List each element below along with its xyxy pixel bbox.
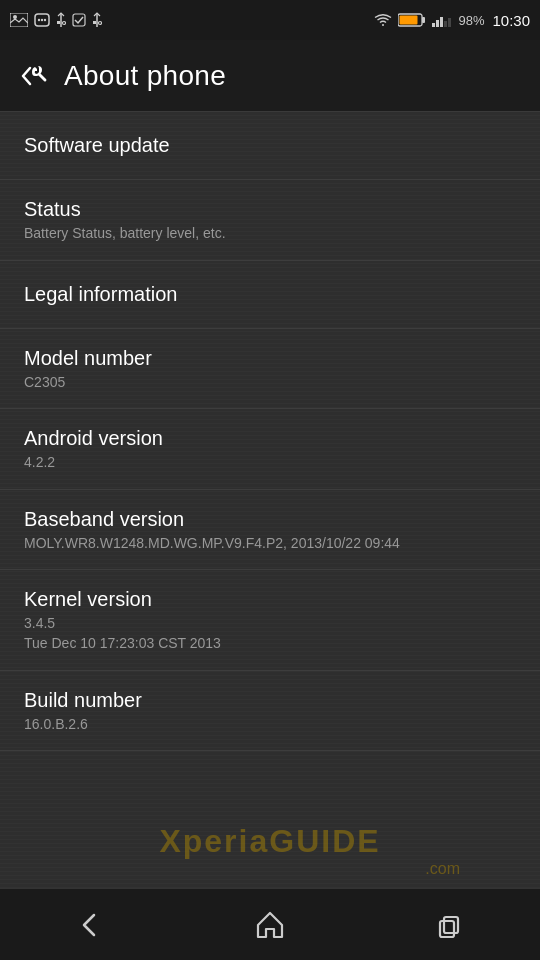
menu-item-subtitle-build-number: 16.0.B.2.6: [24, 715, 516, 735]
svg-point-12: [99, 22, 102, 25]
status-bar: 98% 10:30: [0, 0, 540, 40]
svg-rect-11: [93, 21, 96, 24]
usb-icon: [56, 12, 66, 28]
image-icon: [10, 13, 28, 27]
menu-item-subtitle-baseband-version: MOLY.WR8.W1248.MD.WG.MP.V9.F4.P2, 2013/1…: [24, 534, 516, 554]
svg-point-4: [41, 19, 43, 21]
signal-icon: [432, 13, 452, 27]
menu-item-legal-information[interactable]: Legal information: [0, 261, 540, 329]
svg-rect-14: [422, 17, 425, 23]
back-wrench-icon[interactable]: [16, 58, 52, 94]
recent-button[interactable]: [410, 895, 490, 955]
wifi-icon: [374, 13, 392, 27]
svg-rect-18: [440, 17, 443, 27]
svg-rect-15: [400, 16, 418, 25]
svg-rect-7: [57, 21, 60, 24]
home-button[interactable]: [230, 895, 310, 955]
svg-rect-9: [73, 14, 85, 26]
svg-point-5: [44, 19, 46, 21]
bbm-icon: [34, 13, 50, 27]
menu-item-baseband-version[interactable]: Baseband versionMOLY.WR8.W1248.MD.WG.MP.…: [0, 490, 540, 571]
svg-rect-20: [448, 18, 451, 27]
menu-item-subtitle-status: Battery Status, battery level, etc.: [24, 224, 516, 244]
menu-item-build-number[interactable]: Build number16.0.B.2.6: [0, 671, 540, 752]
page-title: About phone: [64, 60, 226, 92]
menu-item-android-version[interactable]: Android version4.2.2: [0, 409, 540, 490]
svg-rect-16: [432, 23, 435, 27]
time-display: 10:30: [492, 12, 530, 29]
content-area: Software updateStatusBattery Status, bat…: [0, 112, 540, 888]
menu-item-title-kernel-version: Kernel version: [24, 588, 516, 611]
battery-icon: [398, 13, 426, 27]
usb2-icon: [92, 12, 102, 28]
svg-rect-22: [440, 921, 454, 937]
menu-item-software-update[interactable]: Software update: [0, 112, 540, 180]
svg-rect-19: [444, 21, 447, 27]
task-icon: [72, 13, 86, 27]
menu-item-title-legal-information: Legal information: [24, 279, 516, 310]
battery-percent: 98%: [458, 13, 484, 28]
menu-item-title-android-version: Android version: [24, 427, 516, 450]
menu-item-title-status: Status: [24, 198, 516, 221]
menu-item-status[interactable]: StatusBattery Status, battery level, etc…: [0, 180, 540, 261]
menu-item-subtitle-model-number: C2305: [24, 373, 516, 393]
svg-point-3: [38, 19, 40, 21]
menu-item-subtitle-android-version: 4.2.2: [24, 453, 516, 473]
menu-item-title-baseband-version: Baseband version: [24, 508, 516, 531]
menu-item-title-software-update: Software update: [24, 130, 516, 161]
status-icons-left: [10, 12, 102, 28]
menu-item-title-model-number: Model number: [24, 347, 516, 370]
menu-item-model-number[interactable]: Model numberC2305: [0, 329, 540, 410]
svg-rect-17: [436, 20, 439, 27]
status-icons-right: 98% 10:30: [374, 12, 530, 29]
menu-item-subtitle-kernel-version: 3.4.5 Tue Dec 10 17:23:03 CST 2013: [24, 614, 516, 653]
svg-rect-21: [444, 917, 458, 933]
svg-point-8: [63, 22, 66, 25]
header: About phone: [0, 40, 540, 112]
nav-bar: [0, 888, 540, 960]
back-button[interactable]: [50, 895, 130, 955]
menu-item-kernel-version[interactable]: Kernel version3.4.5 Tue Dec 10 17:23:03 …: [0, 570, 540, 670]
menu-item-title-build-number: Build number: [24, 689, 516, 712]
